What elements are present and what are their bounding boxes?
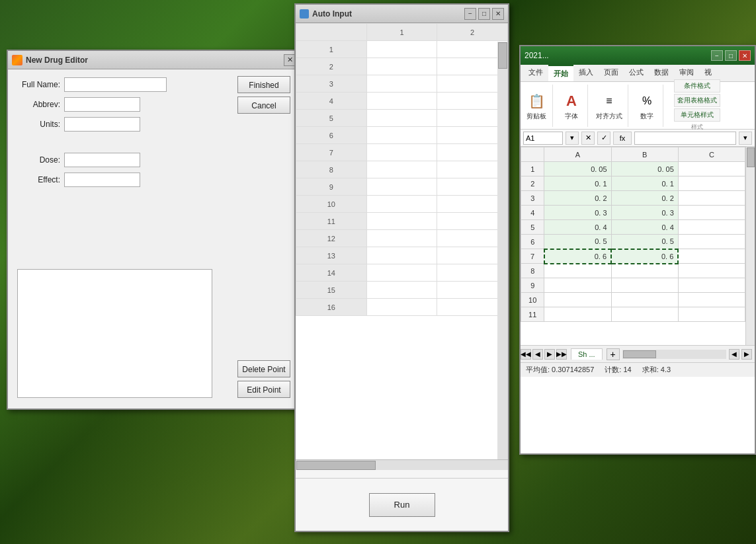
excel-cell[interactable]: 0. 6 [544,249,611,264]
excel-cell[interactable] [678,235,745,249]
auto-input-cell[interactable] [366,299,437,316]
effect-input[interactable] [64,173,140,187]
auto-input-cell[interactable] [366,230,437,247]
auto-input-cell[interactable] [366,264,437,282]
table-format-button[interactable]: 套用表格格式 [674,94,720,107]
excel-cell[interactable] [611,293,678,307]
name-bar-expand-button[interactable]: ▾ [566,132,579,145]
grid-scrollbar-v[interactable] [497,42,508,459]
tab-home[interactable]: 开始 [548,65,573,81]
units-input[interactable] [64,117,140,132]
excel-cell[interactable] [678,176,745,191]
cell-styles-button[interactable]: 单元格样式 [674,108,720,122]
excel-cell[interactable] [544,307,611,322]
excel-cell[interactable]: 0. 5 [611,235,678,249]
excel-cell[interactable] [611,278,678,293]
excel-cell[interactable]: 0. 2 [611,191,678,206]
excel-cell[interactable] [678,264,745,278]
tab-formula[interactable]: 公式 [624,65,649,81]
tab-data[interactable]: 数据 [649,65,674,81]
excel-col-header-A[interactable]: A [544,147,611,162]
excel-cell[interactable]: 0. 2 [544,191,611,206]
sheet-tab-sh[interactable]: Sh ... [571,348,603,360]
sheet-nav-next-button[interactable]: ▶ [544,349,555,360]
auto-input-cell[interactable] [366,213,437,230]
auto-input-cell[interactable] [366,178,437,196]
auto-input-cell[interactable] [366,58,437,75]
excel-cell[interactable] [544,293,611,307]
conditional-format-button[interactable]: 条件格式 [674,79,720,93]
clipboard-icon[interactable]: 📋 [526,91,547,112]
auto-input-cell[interactable] [366,196,437,213]
excel-cell[interactable] [678,249,745,264]
delete-point-button[interactable]: Delete Point [237,360,290,377]
run-button[interactable]: Run [369,493,435,517]
sheet-nav-first-button[interactable]: ◀◀ [521,349,531,360]
tab-file[interactable]: 文件 [523,65,548,81]
excel-scrollbar-h[interactable] [622,350,726,359]
scroll-right-button[interactable]: ▶ [741,349,752,360]
auto-input-cell[interactable] [366,110,437,127]
excel-close-button[interactable]: ✕ [739,50,751,61]
excel-cell[interactable]: 0. 05 [544,162,611,176]
name-box-input[interactable] [523,132,563,145]
excel-maximize-button[interactable]: □ [725,50,737,61]
add-sheet-button[interactable]: + [607,348,620,360]
excel-cell[interactable]: 0. 5 [544,235,611,249]
grid-scrollbar-h[interactable] [296,459,508,470]
auto-input-minimize-button[interactable]: − [464,8,476,20]
excel-cell[interactable]: 0. 1 [611,176,678,191]
auto-input-cell[interactable] [366,75,437,93]
excel-col-header-C[interactable]: C [678,147,745,162]
excel-col-header-B[interactable]: B [611,147,678,162]
cancel-button[interactable]: Cancel [237,97,290,114]
formula-bar-input[interactable] [634,132,736,145]
excel-cell[interactable]: 0. 1 [544,176,611,191]
excel-minimize-button[interactable]: − [711,50,723,61]
formula-confirm-button[interactable]: ✓ [597,132,610,145]
auto-input-cell[interactable] [366,144,437,161]
sheet-nav-last-button[interactable]: ▶▶ [556,349,567,360]
formula-cancel-button[interactable]: ✕ [581,132,595,145]
auto-input-cell[interactable] [366,161,437,178]
excel-cell[interactable] [678,220,745,235]
fullname-input[interactable] [64,77,167,92]
finished-button[interactable]: Finished [237,76,290,93]
excel-cell[interactable]: 0. 6 [611,249,678,264]
auto-input-cell[interactable] [366,247,437,264]
auto-input-maximize-button[interactable]: □ [478,8,490,20]
abbrev-input[interactable] [64,97,140,112]
excel-cell[interactable] [678,307,745,322]
excel-cell[interactable] [611,264,678,278]
excel-cell[interactable] [678,278,745,293]
edit-point-button[interactable]: Edit Point [237,381,290,398]
auto-input-cell[interactable] [366,41,437,58]
excel-cell[interactable]: 0. 4 [611,220,678,235]
auto-input-cell[interactable] [366,127,437,144]
excel-cell[interactable] [678,206,745,220]
formula-bar-expand-button[interactable]: ▾ [739,132,752,145]
scroll-left-button[interactable]: ◀ [729,349,739,360]
points-list[interactable] [17,269,212,398]
auto-input-close-button[interactable]: ✕ [492,8,504,20]
excel-cell[interactable]: 0. 05 [611,162,678,176]
font-icon[interactable]: A [561,91,582,112]
excel-cell[interactable] [678,293,745,307]
excel-cell[interactable] [544,278,611,293]
excel-cell[interactable] [544,264,611,278]
excel-scrollbar-v[interactable] [745,147,755,345]
align-icon[interactable]: ≡ [599,91,620,112]
excel-cell[interactable]: 0. 3 [611,206,678,220]
excel-cell[interactable] [678,162,745,176]
excel-cell[interactable] [611,307,678,322]
tab-page[interactable]: 页面 [599,65,624,81]
excel-cell[interactable]: 0. 3 [544,206,611,220]
dose-input[interactable] [64,153,140,167]
auto-input-cell[interactable] [366,282,437,299]
auto-input-cell[interactable] [366,93,437,110]
number-icon[interactable]: % [636,91,657,112]
excel-cell[interactable] [678,191,745,206]
tab-insert[interactable]: 插入 [573,65,599,81]
sheet-nav-prev-button[interactable]: ◀ [532,349,543,360]
formula-fn-button[interactable]: fx [613,132,632,145]
